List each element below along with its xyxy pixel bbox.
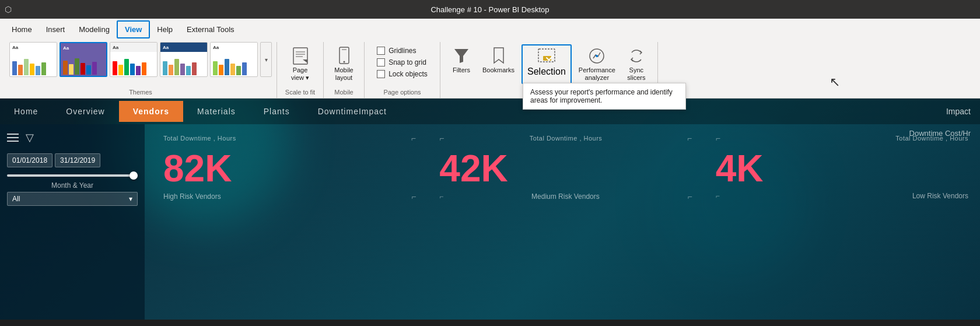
menu-external-tools[interactable]: External Tools [180,22,241,37]
theme-5-bar-6 [242,62,247,75]
themes-section: Aa Aa [5,42,277,98]
nav-tab-materials[interactable]: Materials [183,101,250,122]
menu-help[interactable]: Help [150,22,180,37]
filter-funnel-icon[interactable]: ▽ [26,131,34,144]
selection-label: Selection [527,66,566,77]
svg-marker-9 [494,48,503,63]
mobile-layout-icon [335,47,354,65]
theme-5-bar-3 [225,59,229,75]
gridlines-checkbox-box[interactable] [377,47,385,55]
cursor-pointer: ↖ [830,75,840,90]
date-slider-track[interactable] [7,174,138,177]
nav-tab-overview[interactable]: Overview [52,101,118,122]
menu-home[interactable]: Home [5,22,39,37]
app-icon: ⬡ [5,5,12,14]
menu-insert[interactable]: Insert [39,22,72,37]
start-date[interactable]: 01/01/2018 [7,153,52,167]
selection-tooltip: Assess your report's performance and ide… [523,83,686,110]
theme-2-bar-4 [80,63,85,75]
page-view-button[interactable]: Pageview ▾ [286,44,314,84]
mobile-layout-label: Mobilelayout [334,66,353,82]
theme-3-header: Aa [110,43,157,52]
sync-svg [627,47,646,65]
theme-3[interactable]: Aa [110,42,158,77]
svg-point-6 [343,61,345,63]
kpi-card-high-risk: Total Downtime , Hours ⌐ 82K High Risk V… [152,124,428,320]
theme-5[interactable]: Aa [210,42,258,77]
theme-1-header: Aa [10,43,57,52]
slider-fill [7,174,138,177]
page-options-section: Gridlines Snap to grid Lock objects Page… [365,42,440,98]
page-view-section: Pageview ▾ Scale to fit [277,42,324,98]
mobile-label: Mobile [334,86,353,98]
snap-to-grid-checkbox[interactable]: Snap to grid [377,58,428,66]
theme-3-bar-4 [130,64,135,75]
theme-5-bars [211,52,257,76]
bookmarks-button[interactable]: Bookmarks [478,44,519,84]
performance-analyzer-button[interactable]: Performanceanalyzer [574,44,620,84]
theme-4[interactable]: Aa [160,42,208,77]
ribbon-content: Aa Aa [0,40,980,98]
theme-3-bar-3 [124,59,129,75]
bookmarks-label: Bookmarks [482,66,514,74]
theme-2-bar-3 [75,58,79,75]
page-view-icon [291,47,310,65]
themes-dropdown-button[interactable]: ▾ [260,42,272,77]
hamburger-button[interactable] [7,134,19,142]
menu-modeling[interactable]: Modeling [72,22,117,37]
gridlines-checkbox[interactable]: Gridlines [377,47,428,55]
theme-2[interactable]: Aa [60,42,107,77]
selection-svg [537,48,556,66]
bookmark-svg [492,47,506,65]
filters-button[interactable]: Filters [447,44,475,84]
kpi-subtitle-corner-bl-3: ⌐ [716,192,720,200]
page-options-group: Gridlines Snap to grid Lock objects [374,42,430,83]
kpi-area: Total Downtime , Hours ⌐ 82K High Risk V… [152,124,980,320]
svg-rect-0 [293,48,307,64]
tooltip-text: Assess your report's performance and ide… [530,88,673,104]
menu-bar: Home Insert Modeling View Help External … [0,19,980,40]
mobile-layout-button[interactable]: Mobilelayout [330,44,358,84]
kpi-title-3: ⌐ Total Downtime , Hours [716,134,968,143]
theme-2-bar-6 [92,62,97,75]
kpi-corner-br-1: ⌐ [411,192,416,201]
nav-tab-downtime-impact[interactable]: DowntimeImpact [304,101,401,122]
selection-button[interactable]: Selection Assess your report's performan… [522,44,572,84]
gridlines-label: Gridlines [388,47,416,55]
kpi-value-3: 4K [716,150,968,187]
theme-3-bar-1 [113,61,117,75]
menu-view[interactable]: View [117,20,150,38]
dropdown-value: All [12,195,20,203]
lock-objects-checkbox[interactable]: Lock objects [377,70,428,78]
theme-1[interactable]: Aa [9,42,57,77]
sync-slicers-button[interactable]: Syncslicers [622,44,650,84]
kpi-title-3-corner-tl: ⌐ [716,134,721,143]
chevron-down-icon: ▾ [129,195,132,203]
filter-sidebar: ▽ 01/01/2018 31/12/2019 Month & Year All… [0,124,145,320]
theme-2-bar-1 [63,61,68,75]
kpi-corner-br-2: ⌐ [687,192,692,201]
theme-1-bars [10,52,57,76]
slider-handle[interactable] [130,171,138,180]
theme-5-bar-2 [219,65,223,75]
nav-tab-home[interactable]: Home [0,101,52,122]
kpi-value-2: 42K [439,150,692,187]
page-view-svg [291,47,310,65]
kpi-title-2: ⌐ Total Downtime , Hours ⌐ [439,134,692,143]
theme-4-bars [160,52,207,76]
theme-3-bar-5 [136,66,141,75]
scale-to-fit-label: Scale to fit [285,86,315,98]
hamburger-line-3 [7,141,19,142]
month-year-dropdown[interactable]: All ▾ [7,192,138,206]
snap-to-grid-checkbox-box[interactable] [377,58,385,66]
theme-1-bar-5 [36,66,40,75]
nav-tab-plants[interactable]: Plants [250,101,304,122]
kpi-title-2-corner-tl: ⌐ [439,134,444,143]
theme-4-bar-5 [186,66,191,75]
lock-objects-checkbox-box[interactable] [377,70,385,78]
nav-tab-vendors[interactable]: Vendors [119,101,183,122]
end-date[interactable]: 31/12/2019 [55,153,100,167]
sync-slicers-label: Syncslicers [627,66,645,82]
svg-marker-4 [303,59,307,63]
theme-4-bar-3 [174,59,179,75]
